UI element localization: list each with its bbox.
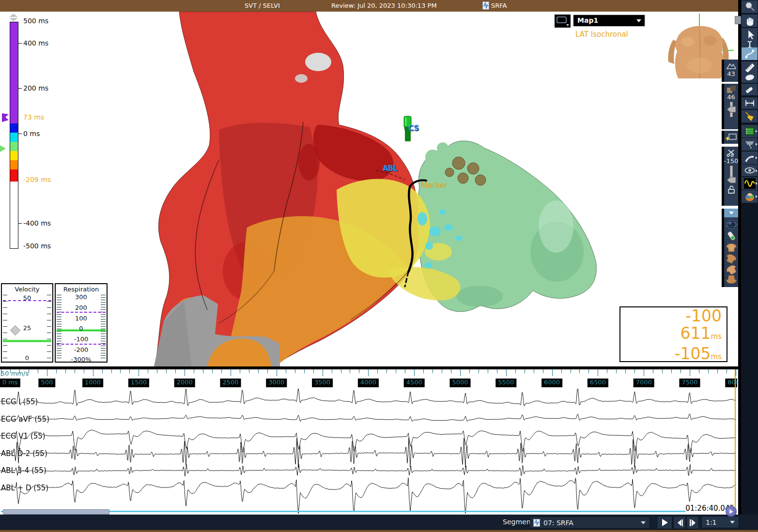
segment-icon [533,519,540,527]
clip-slider-handle[interactable] [726,176,737,184]
transport-bar: Segment 07: SRFA 1:1 [0,515,758,530]
channel-label: ABL D-2 (55) [1,449,47,458]
visibility-button[interactable] [742,165,758,176]
clip-value: -150 [724,157,739,165]
scissors-icon [726,148,737,157]
clipping-plane-control[interactable]: -150 [722,147,738,206]
respiration-scale-label: 0 [56,325,107,332]
broom-icon [743,110,756,122]
shadow-tool-button[interactable] [742,138,758,151]
view-presets-panel [722,209,738,287]
respiration-scale-label: 200 [56,304,107,311]
catheter-list-icon [744,126,756,137]
respiration-scale-label: -200 [56,346,107,353]
shadow-opacity-control[interactable]: 46 [722,84,738,129]
spline-icon [743,48,756,60]
zoom-ratio-dropdown[interactable]: 1:1 [701,516,739,528]
play-button[interactable] [657,516,672,529]
torso-view-button-3[interactable] [725,264,738,275]
green-highlight [539,200,573,253]
select-box-button[interactable] [555,15,571,28]
velocity-gauge: Velocity 50250 [1,283,53,363]
surface-detail-button[interactable]: 43 [722,60,738,82]
torso-view-button-2[interactable] [725,253,738,264]
pan-tool-button[interactable] [742,15,758,27]
channel-label: ABL + D (55) [1,484,48,492]
velocity-scale-label: 0 [2,354,52,362]
waveform-button[interactable] [742,177,758,190]
step-forward-button[interactable] [686,516,699,529]
scale-band [10,160,18,169]
step-back-button[interactable] [673,516,686,529]
caliper-tool-button[interactable] [742,97,758,109]
play-icon [729,509,733,514]
catheter-display-button[interactable] [742,125,758,137]
map-selector-dropdown[interactable]: Map1 [572,14,646,27]
ecg-scrollbar-track[interactable] [1,511,733,512]
segment-value: 07: SRFA [543,519,641,527]
marker-flag-button[interactable] [722,131,738,144]
title-bar: SVT / SELVI Review: Jul 20, 2023 10:30:1… [0,0,740,12]
catheter-tool-button[interactable] [742,152,758,164]
ecg-panel: 50 mm/s ECG I (55)ECG aVF (55)ECG V1 (55… [0,366,738,515]
ep-mapping-window: SVT / SELVI Review: Jul 20, 2023 10:30:1… [0,0,758,532]
lat-color-scale[interactable] [10,22,18,249]
lock-icon[interactable] [726,185,737,194]
app-icon [482,1,489,10]
eraser-tool-button[interactable] [742,84,758,95]
ellipse-tool-button[interactable] [742,72,758,83]
velocity-scale-label: 25 [2,324,52,332]
low-threshold-arrow[interactable] [0,145,7,153]
cursor-icon [744,29,756,40]
flyout-arrow-icon [756,169,758,172]
respiration-scale-label: 300 [56,293,107,301]
flyout-arrow-icon [756,182,758,185]
ecg-scrollbar-thumb[interactable] [3,509,109,515]
catheter-view-button[interactable] [726,231,737,242]
green-shade [456,286,503,307]
scale-tick-mark [18,223,22,224]
chevron-down-icon [729,212,734,214]
map-display-button[interactable] [742,190,758,203]
scale-tick-label: 0 ms [23,130,40,137]
flag-icon [725,133,738,142]
channel-label: ECG V1 (55) [1,432,46,441]
scale-band [10,169,18,182]
segment-dropdown[interactable]: 07: SRFA [530,517,650,529]
time-cursor[interactable] [735,369,736,513]
view-scrollbar-handle[interactable] [735,16,741,24]
sweep-tool-button[interactable] [742,110,758,122]
scale-tick-label: -209 ms [23,176,51,183]
playhead-button[interactable] [726,506,737,517]
flyout-arrow-icon [756,130,758,133]
time-ruler[interactable] [0,369,737,389]
respiration-upper-limit [57,312,106,313]
opacity-slider-handle[interactable] [726,106,737,113]
scale-tick-label: 73 ms [23,113,44,121]
view-dropdown-button[interactable] [724,209,738,217]
velocity-scale-label: 50 [2,294,52,302]
step-forward-icon [690,519,696,526]
scale-band [10,142,18,151]
respiration-scale-label: 100 [56,315,107,322]
zoom-tool-button[interactable] [742,0,758,13]
scale-band [10,182,18,248]
scale-band [10,22,18,123]
orientation-globe-button[interactable] [725,218,738,231]
measure-value-3: -105 [675,344,711,363]
ecg-traces[interactable] [0,389,737,514]
green-bump [425,150,440,164]
scale-band [10,123,18,133]
respiration-scale-label: -100 [56,335,107,343]
scale-tick-label: 400 ms [23,39,48,47]
map-viewport[interactable]: CS ABL Marker 500 ms400 ms200 ms73 ms0 m… [0,12,738,366]
high-threshold-flag[interactable] [1,112,10,123]
caliper-icon [743,98,756,108]
torso-view-button-4[interactable] [725,275,738,286]
map-palette-icon [744,191,756,202]
curve-tool-button[interactable] [742,47,758,60]
review-timestamp: Review: Jul 20, 2023 10:30:13 PM [331,2,437,9]
torso-view-button-1[interactable] [725,242,738,253]
scale-range-handle[interactable] [9,14,19,22]
scale-tick-label: -400 ms [23,219,51,227]
